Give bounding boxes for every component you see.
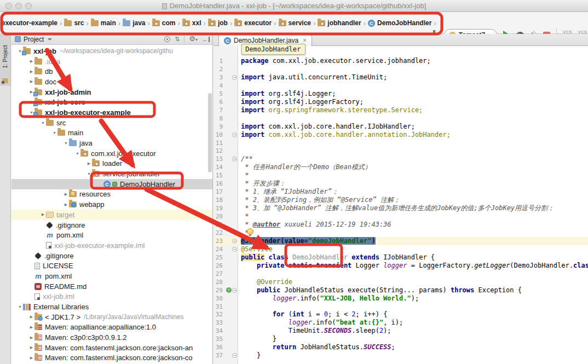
chevron-down-icon[interactable] bbox=[48, 38, 52, 41]
code-line-16[interactable]: 16 * 开发步骤： bbox=[214, 180, 588, 188]
expand-toggle-icon[interactable]: ▶ bbox=[28, 315, 34, 319]
code-line-17[interactable]: 17 * 1、继承 “IJobHandler”； bbox=[214, 188, 588, 196]
code-line-8[interactable]: 8 bbox=[214, 114, 588, 123]
overrides-method-icon[interactable]: ↑ bbox=[226, 287, 232, 293]
fold-icon[interactable] bbox=[232, 239, 237, 244]
code-line-34[interactable]: 34 TimeUnit.SECONDS.sleep(2); bbox=[214, 327, 588, 335]
code-line-30[interactable]: 30 logger.info("XXL-JOB, Hello World."); bbox=[214, 294, 588, 303]
tree-item-webapp[interactable]: ▶webapp bbox=[11, 199, 212, 210]
intention-bulb-icon[interactable] bbox=[247, 228, 253, 235]
code-line-20[interactable]: 20 * bbox=[214, 212, 588, 221]
code-line-21[interactable]: 21 * @author xuxueli 2015-12-19 19:43:36 bbox=[214, 221, 588, 229]
expand-toggle-icon[interactable]: ▼ bbox=[74, 152, 80, 155]
tree-item-xxl-job-core[interactable]: ▶xxl-job-core bbox=[11, 97, 212, 107]
tree-item--gitignore[interactable]: .gitignore bbox=[11, 220, 212, 230]
code-line-22[interactable]: 22 */ bbox=[214, 229, 588, 237]
breadcrumb-item-service[interactable]: service bbox=[278, 18, 312, 28]
code-line-23[interactable]: 23@JobHander(value="demoJobHandler") bbox=[214, 237, 588, 245]
expand-toggle-icon[interactable]: ▶ bbox=[28, 336, 34, 340]
collapse-all-icon[interactable]: ⇅ bbox=[175, 36, 180, 42]
tree-item-resources[interactable]: ▶resources bbox=[11, 189, 212, 200]
tree-item-demojobhandler[interactable]: CDemoJobHandler bbox=[11, 179, 212, 189]
tree-item-xxl-job-executor-example-iml[interactable]: xxl-job-executor-example.iml bbox=[11, 240, 212, 251]
expand-toggle-icon[interactable]: ▼ bbox=[51, 131, 57, 135]
tree-item-target[interactable]: ▶target bbox=[11, 210, 212, 220]
tree-item-com-xxl-job-executor[interactable]: ▼com.xxl.job.executor bbox=[11, 148, 212, 159]
breadcrumb-item-com[interactable]: com bbox=[152, 18, 176, 28]
editor-body[interactable]: 1package com.xxl.job.executor.service.jo… bbox=[214, 46, 588, 364]
breadcrumb-item-job[interactable]: job bbox=[207, 18, 228, 28]
code-line-32[interactable]: 32 for (int i = 0; i < 2; i++) { bbox=[214, 310, 588, 319]
tree-item-pom-xml[interactable]: mpom.xml bbox=[11, 230, 212, 240]
tree-item-license[interactable]: LICENSE bbox=[11, 261, 212, 271]
code-line-1[interactable]: 1package com.xxl.job.executor.service.jo… bbox=[214, 57, 588, 65]
code-line-14[interactable]: 14 * 任务Handler的一个Demo（Bean模式） bbox=[214, 163, 588, 171]
code-line-18[interactable]: 18 * 2、装配到Spring，例如加 “@Service” 注解； bbox=[214, 196, 588, 204]
code-line-25[interactable]: 25public class DemoJobHandler extends IJ… bbox=[214, 253, 588, 262]
tree-item-service-jobhandler[interactable]: ▼service.jobhandler bbox=[11, 169, 212, 179]
code-line-10[interactable]: 10import com.xxl.job.core.handler.annota… bbox=[214, 131, 588, 139]
code-line-28[interactable]: 28 @Override bbox=[214, 278, 588, 286]
code-line-19[interactable]: 19 * 3、加 “@JobHander” 注解，注解value值为新增任务生成… bbox=[214, 204, 588, 212]
project-panel-title[interactable]: Project bbox=[24, 36, 44, 43]
breadcrumb-item-jobhandler[interactable]: jobhandler bbox=[317, 18, 361, 28]
code-line-7[interactable]: 7import org.springframework.stereotype.S… bbox=[214, 106, 588, 114]
code-line-33[interactable]: 33 logger.info("beat at:{}", i); bbox=[214, 319, 588, 327]
tree-item--gitignore[interactable]: .gitignore bbox=[11, 251, 212, 261]
code-line-24[interactable]: 24@Service bbox=[214, 245, 588, 253]
expand-toggle-icon[interactable]: ▼ bbox=[40, 121, 46, 125]
code-line-36[interactable]: 36 return JobHandleStatus.SUCCESS; bbox=[214, 343, 588, 351]
expand-toggle-icon[interactable]: ▶ bbox=[63, 192, 69, 197]
tree-item-pom-xml[interactable]: mpom.xml bbox=[11, 271, 212, 281]
tree-item-maven-com-fasterxml-jackson-core-jackson-co[interactable]: ▶Maven: com.fasterxml.jackson.core:jacks… bbox=[11, 353, 212, 363]
tree-item--idea[interactable]: ▶.idea bbox=[11, 56, 212, 67]
fold-icon[interactable] bbox=[232, 247, 237, 252]
expand-toggle-icon[interactable]: ▶ bbox=[28, 325, 34, 330]
tree-item-readme-md[interactable]: MREADME.md bbox=[11, 281, 212, 292]
project-tool-window-button[interactable]: 1: Project bbox=[0, 35, 11, 85]
tree-item-xxl-job-executor-example[interactable]: ▼xxl-job-executor-example bbox=[11, 107, 212, 118]
fold-icon[interactable] bbox=[232, 288, 237, 293]
tree-item-loader[interactable]: ▶loader bbox=[11, 159, 212, 169]
tree-item-maven-c3p0-c3p0-0-9-1-2[interactable]: ▶Maven: c3p0:c3p0:0.9.1.2 bbox=[11, 332, 212, 343]
code-line-15[interactable]: 15 * bbox=[214, 171, 588, 180]
code-line-3[interactable]: 3import java.util.concurrent.TimeUnit; bbox=[214, 73, 588, 82]
gear-icon[interactable]: ⚙▾ bbox=[189, 35, 198, 43]
code-line-4[interactable]: 4 bbox=[214, 82, 588, 90]
breadcrumb-item-xxl[interactable]: xxl bbox=[182, 18, 202, 28]
breadcrumb-item-main[interactable]: main bbox=[90, 18, 117, 28]
expand-toggle-icon[interactable]: ▼ bbox=[86, 172, 92, 176]
breadcrumb-item-src[interactable]: src bbox=[64, 18, 84, 28]
tree-item-maven-com-fasterxml-jackson-core-jackson-an[interactable]: ▶Maven: com.fasterxml.jackson.core:jacks… bbox=[11, 343, 212, 353]
code-line-5[interactable]: 5import org.slf4j.Logger; bbox=[214, 90, 588, 98]
tree-item-src[interactable]: ▼src bbox=[11, 118, 212, 128]
expand-toggle-icon[interactable]: ▶ bbox=[40, 212, 46, 217]
expand-toggle-icon[interactable]: ▼ bbox=[63, 141, 69, 145]
tree-item-maven-aopalliance-aopalliance-1-0[interactable]: ▶Maven: aopalliance:aopalliance:1.0 bbox=[11, 322, 212, 333]
breadcrumb-item-executor-example[interactable]: executor-example bbox=[1, 18, 58, 28]
tree-item-xxl-job[interactable]: ▼xxl-job~/workspaces/idea-git-workspace/… bbox=[11, 46, 212, 56]
expand-toggle-icon[interactable]: ▶ bbox=[28, 59, 34, 63]
fold-icon[interactable] bbox=[232, 157, 237, 161]
code-line-9[interactable]: 9import com.xxl.job.core.handler.IJobHan… bbox=[214, 123, 588, 131]
tree-item-external-libraries[interactable]: ▼External Libraries bbox=[11, 302, 212, 312]
tree-item-java[interactable]: ▼java bbox=[11, 138, 212, 148]
code-line-6[interactable]: 6import org.slf4j.LoggerFactory; bbox=[214, 98, 588, 106]
tree-item-main[interactable]: ▼main bbox=[11, 128, 212, 138]
fold-icon[interactable] bbox=[232, 353, 237, 358]
code-line-31[interactable]: 31 bbox=[214, 303, 588, 311]
breadcrumb-item-java[interactable]: java bbox=[122, 18, 146, 28]
fold-icon[interactable] bbox=[232, 75, 237, 80]
hide-panel-icon[interactable]: ← bbox=[202, 37, 210, 42]
breadcrumb-item-executor[interactable]: executor bbox=[234, 18, 272, 28]
locate-file-icon[interactable] bbox=[164, 36, 170, 42]
expand-toggle-icon[interactable]: ▼ bbox=[17, 305, 23, 309]
code-line-12[interactable]: 12 bbox=[214, 147, 588, 155]
close-icon[interactable]: × bbox=[303, 37, 307, 44]
code-line-2[interactable]: 2 bbox=[214, 65, 588, 73]
expand-toggle-icon[interactable]: ▶ bbox=[28, 79, 34, 84]
code-line-11[interactable]: 11 bbox=[214, 139, 588, 147]
tree-scrollbar[interactable] bbox=[208, 93, 212, 172]
breadcrumb-item-demojobhandler[interactable]: CDemoJobHandler bbox=[367, 18, 432, 28]
code-line-26[interactable]: 26 private static transient Logger logge… bbox=[214, 262, 588, 270]
